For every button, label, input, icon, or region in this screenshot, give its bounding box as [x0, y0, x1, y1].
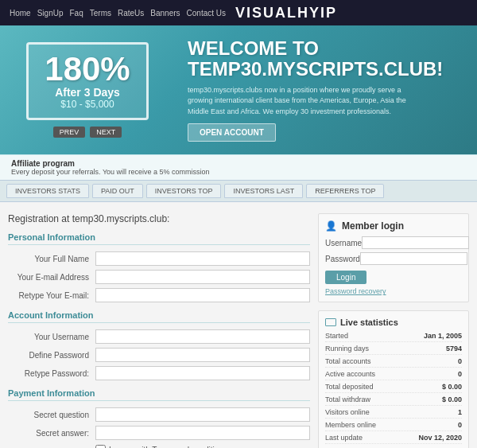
retype-password-input[interactable]	[95, 366, 310, 380]
stats-row-active-accounts: Active accounts 0	[325, 370, 462, 380]
registration-section: Registration at temp30.myscripts.club: P…	[8, 213, 318, 448]
secret-answer-row: Secret answer:	[8, 426, 310, 440]
banner-percent: 180%	[45, 53, 130, 86]
member-login-title: 👤 Member login	[325, 220, 462, 232]
password-input[interactable]	[95, 348, 310, 362]
banner-description: temp30.myscripts.clubs now in a position…	[188, 85, 426, 118]
email-row: Your E-mail Address	[8, 270, 310, 284]
secret-answer-label: Secret answer:	[8, 429, 95, 438]
banner-right: WELCOME TO TEMP30.MYSCRIPTS.CLUB! temp30…	[175, 25, 477, 154]
open-account-button[interactable]: OPEN ACCOUNT	[188, 123, 276, 142]
right-panel: 👤 Member login Username Password Login P…	[318, 213, 469, 448]
stats-row-total-accounts: Total accounts 0	[325, 357, 462, 368]
banner-title-line2: TEMP30.MYSCRIPTS.CLUB!	[188, 59, 464, 80]
full-name-row: Your Full Name	[8, 251, 310, 266]
retype-email-input[interactable]	[95, 288, 310, 302]
banner-left: 180% After 3 Days $10 - $5,000 PREV NEXT	[0, 25, 175, 154]
retype-password-label: Retype Password:	[8, 369, 95, 378]
header: Home SignUp Faq Terms RateUs Banners Con…	[0, 0, 477, 25]
nav-rateus[interactable]: RateUs	[118, 9, 144, 18]
affiliate-desc: Every deposit your referrals. You will r…	[11, 168, 210, 176]
username-label: Your Username	[8, 333, 95, 341]
email-input[interactable]	[95, 270, 310, 284]
registration-title: Registration at temp30.myscripts.club:	[8, 213, 310, 224]
stats-row-running-days: Running days 5794	[325, 345, 462, 355]
tab-investors-top[interactable]: INVESTORS TOP	[146, 184, 222, 198]
tab-investors-stats[interactable]: INVESTORS STATS	[6, 184, 89, 198]
payment-info-header: Payment Information	[8, 388, 310, 401]
retype-email-row: Retype Your E-mail:	[8, 288, 310, 302]
banner-navigation: PREV NEXT	[53, 127, 122, 138]
person-icon: 👤	[325, 220, 337, 232]
username-input[interactable]	[95, 329, 310, 344]
banner-title-line1: WELCOME TO	[188, 38, 464, 59]
stats-row-total-withdraw: Total withdraw $ 0.00	[325, 395, 462, 406]
login-password-label: Password	[325, 255, 360, 263]
affiliate-title: Affiliate program	[11, 159, 466, 168]
monitor-icon	[325, 318, 336, 326]
retype-email-label: Retype Your E-mail:	[8, 291, 95, 300]
agree-checkbox[interactable]	[95, 445, 106, 448]
account-info-header: Account Information	[8, 310, 310, 323]
login-username-row: Username	[325, 236, 462, 249]
nav-faq[interactable]: Faq	[70, 9, 83, 18]
affiliate-bar: Affiliate program Every deposit your ref…	[0, 154, 477, 180]
main-content: Registration at temp30.myscripts.club: P…	[0, 202, 477, 448]
password-row: Define Password	[8, 348, 310, 362]
tab-referrers-top[interactable]: REFERRERS TOP	[306, 184, 384, 198]
banner-range: $10 - $5,000	[45, 99, 130, 110]
nav-contact[interactable]: Contact Us	[187, 9, 226, 18]
banner-section: 180% After 3 Days $10 - $5,000 PREV NEXT…	[0, 25, 477, 154]
personal-info-header: Personal Information	[8, 232, 310, 245]
secret-answer-input[interactable]	[95, 426, 310, 440]
retype-password-row: Retype Password:	[8, 366, 310, 380]
username-row: Your Username	[8, 329, 310, 344]
full-name-label: Your Full Name	[8, 255, 95, 263]
full-name-input[interactable]	[95, 251, 310, 266]
tabs-bar: INVESTORS STATS PAID OUT INVESTORS TOP I…	[0, 180, 477, 202]
stats-row-started: Started Jan 1, 2005	[325, 332, 462, 342]
banner-offer-box: 180% After 3 Days $10 - $5,000	[26, 42, 148, 120]
site-logo: VISUALHYIP	[226, 5, 347, 21]
nav-banners[interactable]: Banners	[150, 9, 180, 18]
stats-row-last-update: Last update Nov 12, 2020	[325, 434, 462, 444]
banner-next-button[interactable]: NEXT	[90, 127, 122, 138]
live-stats-title: Live statistics	[325, 317, 462, 327]
nav-signup[interactable]: SignUp	[37, 9, 64, 18]
banner-after-label: After 3 Days	[45, 86, 130, 99]
tab-investors-last[interactable]: INVESTORS LAST	[224, 184, 303, 198]
secret-question-row: Secret question	[8, 407, 310, 422]
stats-row-visitors-online: Visitors online 1	[325, 408, 462, 419]
secret-question-label: Secret question	[8, 411, 95, 419]
login-password-input[interactable]	[360, 252, 467, 265]
secret-question-input[interactable]	[95, 407, 310, 422]
password-label: Define Password	[8, 351, 95, 360]
login-button[interactable]: Login	[325, 271, 366, 284]
stats-row-members-online: Members online 0	[325, 421, 462, 431]
nav-terms[interactable]: Terms	[90, 9, 111, 18]
login-password-row: Password	[325, 252, 462, 265]
nav-bar: Home SignUp Faq Terms RateUs Banners Con…	[10, 9, 226, 18]
member-login-panel: 👤 Member login Username Password Login P…	[318, 213, 469, 302]
login-username-input[interactable]	[362, 236, 469, 249]
login-username-label: Username	[325, 239, 362, 247]
tab-paid-out[interactable]: PAID OUT	[92, 184, 143, 198]
live-stats-panel: Live statistics Started Jan 1, 2005 Runn…	[318, 310, 469, 448]
agree-row: I agree with Terms and conditions	[95, 445, 310, 448]
stats-row-total-deposited: Total deposited $ 0.00	[325, 383, 462, 393]
email-label: Your E-mail Address	[8, 273, 95, 282]
password-recovery-link[interactable]: Password recovery	[325, 287, 462, 295]
banner-prev-button[interactable]: PREV	[53, 127, 86, 138]
nav-home[interactable]: Home	[10, 9, 31, 18]
